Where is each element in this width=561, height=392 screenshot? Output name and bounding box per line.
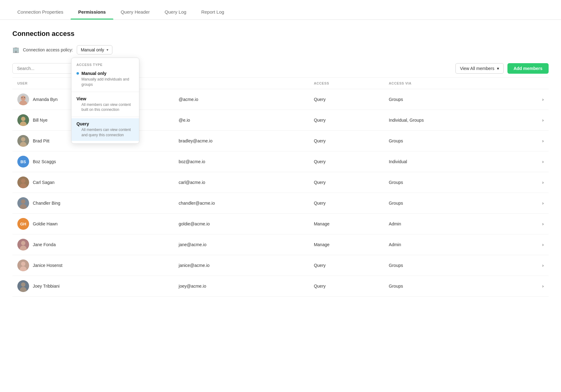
tab-report-log[interactable]: Report Log: [194, 9, 232, 20]
table-row[interactable]: GH Goldie Hawn goldie@acme.io Manage Adm…: [12, 214, 549, 234]
row-chevron[interactable]: ›: [515, 276, 549, 297]
table-row[interactable]: Chandler Bing chandler@acme.io Query Gro…: [12, 193, 549, 214]
view-filter-dropdown[interactable]: View All members ▾: [455, 63, 504, 74]
access-cell: Manage: [309, 234, 384, 255]
email-cell: carl@acme.io: [174, 172, 309, 193]
row-chevron[interactable]: ›: [515, 151, 549, 172]
access-cell: Query: [309, 172, 384, 193]
avatar: [17, 280, 29, 292]
row-chevron[interactable]: ›: [515, 131, 549, 151]
selected-dot: [76, 72, 79, 75]
access-cell: Query: [309, 151, 384, 172]
user-cell: Jane Fonda: [12, 234, 174, 255]
user-name: Joey Tribbiani: [33, 284, 59, 289]
user-name: Jane Fonda: [33, 242, 56, 247]
email-cell: bradley@acme.io: [174, 131, 309, 151]
access-cell: Query: [309, 255, 384, 276]
user-cell: BS Boz Scaggs: [12, 151, 174, 172]
search-input[interactable]: [12, 63, 74, 74]
user-name: Brad Pitt: [33, 138, 50, 143]
option-view-title: View: [76, 96, 86, 101]
access-via-cell: Groups: [384, 89, 515, 110]
access-via-cell: Admin: [384, 234, 515, 255]
add-members-button[interactable]: Add members: [507, 63, 549, 74]
svg-point-17: [21, 241, 25, 245]
main-content: Connection access 🏢 Connection access po…: [0, 20, 561, 392]
page-title: Connection access: [12, 30, 549, 38]
building-icon: 🏢: [12, 46, 19, 53]
access-via-cell: Groups: [384, 172, 515, 193]
avatar: [17, 239, 29, 250]
svg-point-20: [21, 262, 25, 266]
user-name: Amanda Byn: [33, 97, 58, 102]
svg-point-23: [21, 282, 25, 287]
avatar: [17, 114, 29, 126]
access-via-cell: Individual: [384, 151, 515, 172]
view-filter-label: View All members: [460, 66, 494, 71]
row-chevron[interactable]: ›: [515, 193, 549, 214]
row-chevron[interactable]: ›: [515, 172, 549, 193]
avatar: [17, 197, 29, 209]
option-query-title: Query: [76, 121, 89, 126]
email-cell: joey@acme.io: [174, 276, 309, 297]
access-cell: Manage: [309, 214, 384, 234]
row-chevron[interactable]: ›: [515, 110, 549, 131]
row-chevron[interactable]: ›: [515, 214, 549, 234]
avatar: [17, 259, 29, 271]
user-name: Goldie Hawn: [33, 221, 58, 226]
col-access: ACCESS: [309, 78, 384, 89]
policy-row: 🏢 Connection access policy: Manual only …: [12, 45, 549, 54]
svg-point-14: [21, 199, 25, 204]
email-cell: jane@acme.io: [174, 234, 309, 255]
dropdown-option-manual[interactable]: Manual only Manually add individuals and…: [72, 68, 139, 90]
table-row[interactable]: Joey Tribbiani joey@acme.io Query Groups…: [12, 276, 549, 297]
col-actions: [515, 78, 549, 89]
policy-dropdown-trigger[interactable]: Manual only ▾: [77, 45, 113, 54]
user-cell: Chandler Bing: [12, 193, 174, 214]
table-row[interactable]: Jane Fonda jane@acme.io Manage Admin ›: [12, 234, 549, 255]
user-cell: Joey Tribbiani: [12, 276, 174, 297]
svg-point-2: [22, 97, 23, 98]
svg-point-3: [24, 97, 25, 98]
option-manual-desc: Manually add individuals and groups: [76, 77, 134, 87]
access-type-dropdown-menu: ACCESS TYPE Manual only Manually add ind…: [71, 58, 139, 144]
avatar: [17, 176, 29, 188]
access-via-cell: Groups: [384, 193, 515, 214]
table-row[interactable]: Janice Hosenst janice@acme.io Query Grou…: [12, 255, 549, 276]
row-chevron[interactable]: ›: [515, 255, 549, 276]
access-cell: Query: [309, 193, 384, 214]
dropdown-option-view[interactable]: View All members can view content built …: [72, 93, 139, 116]
access-cell: Query: [309, 276, 384, 297]
email-cell: goldie@acme.io: [174, 214, 309, 234]
tab-permissions[interactable]: Permissions: [71, 9, 113, 20]
table-row[interactable]: Carl Sagan carl@acme.io Query Groups ›: [12, 172, 549, 193]
avatar: BS: [17, 156, 29, 168]
tab-query-log[interactable]: Query Log: [157, 9, 194, 20]
access-cell: Query: [309, 131, 384, 151]
access-via-cell: Admin: [384, 214, 515, 234]
tab-query-header[interactable]: Query Header: [113, 9, 157, 20]
svg-point-1: [19, 100, 27, 105]
table-row[interactable]: BS Boz Scaggs boz@acme.io Query Individu…: [12, 151, 549, 172]
dropdown-divider-1: [72, 92, 139, 92]
access-via-cell: Groups: [384, 131, 515, 151]
row-chevron[interactable]: ›: [515, 234, 549, 255]
avatar: [17, 135, 29, 147]
dropdown-option-query[interactable]: Query All members can view content and q…: [72, 118, 139, 141]
svg-point-11: [21, 179, 25, 183]
toolbar-right: View All members ▾ Add members: [455, 63, 549, 74]
policy-current-value: Manual only: [81, 47, 104, 52]
dropdown-divider-2: [72, 117, 139, 117]
user-cell: GH Goldie Hawn: [12, 214, 174, 234]
avatar: GH: [17, 218, 29, 230]
user-cell: Carl Sagan: [12, 172, 174, 193]
svg-point-5: [21, 117, 25, 121]
row-chevron[interactable]: ›: [515, 89, 549, 110]
user-name: Bill Nye: [33, 118, 47, 123]
tabs-bar: Connection Properties Permissions Query …: [0, 0, 561, 20]
user-name: Janice Hosenst: [33, 263, 63, 268]
option-view-desc: All members can view content built on th…: [76, 102, 134, 113]
avatar: [17, 94, 29, 105]
tab-connection-properties[interactable]: Connection Properties: [10, 9, 71, 20]
user-name: Carl Sagan: [33, 180, 54, 185]
